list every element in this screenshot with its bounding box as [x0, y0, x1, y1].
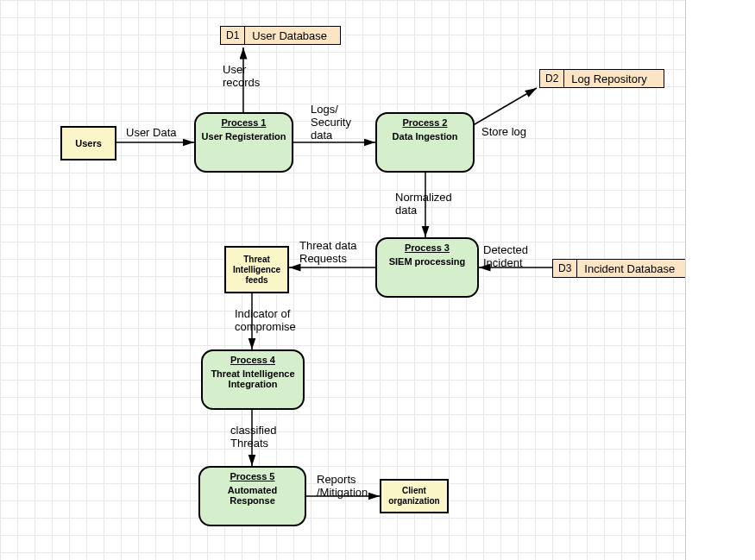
entity-label: Users: [75, 138, 102, 148]
process-name: Automated Response: [205, 485, 299, 506]
flow-label-detected-incident: Detected Incident: [483, 244, 528, 270]
process-title: Process 1: [201, 117, 286, 128]
datastore-user-database[interactable]: D1 User Database: [220, 26, 341, 45]
flow-label-ioc: Indicator of compromise: [235, 308, 296, 334]
flow-label-normalized-data: Normalized data: [395, 192, 452, 217]
datastore-id: D2: [540, 70, 564, 87]
flow-label-user-data: User Data: [126, 127, 177, 140]
flow-label-logs-security: Logs/ Security data: [311, 104, 351, 142]
datastore-name: Incident Database: [577, 260, 682, 277]
process-title: Process 4: [208, 355, 298, 365]
datastore-id: D1: [221, 27, 245, 44]
entity-client-organization[interactable]: Client organization: [380, 479, 449, 513]
entity-threat-intel-feeds[interactable]: Threat Intelligence feeds: [224, 246, 289, 293]
flow-label-classified-threats: classified Threats: [230, 425, 276, 450]
flow-label-user-records: User records: [223, 64, 260, 90]
svg-line-3: [470, 88, 537, 127]
datastore-name: Log Repository: [564, 70, 653, 87]
flow-label-reports-mitigation: Reports /Mitigation: [317, 474, 368, 500]
process-name: User Registeration: [201, 131, 286, 142]
datastore-incident-database[interactable]: D3 Incident Database: [552, 259, 690, 278]
process-3-siem-processing[interactable]: Process 3 SIEM processing: [375, 237, 479, 298]
flow-label-store-log: Store log: [481, 126, 526, 139]
process-1-user-registration[interactable]: Process 1 User Registeration: [194, 112, 293, 173]
process-title: Process 3: [382, 242, 472, 253]
flow-label-threat-requests: Threat data Requests: [299, 240, 357, 266]
process-title: Process 5: [205, 471, 299, 481]
datastore-log-repository[interactable]: D2 Log Repository: [539, 69, 664, 88]
process-name: Threat Intelligence Integration: [208, 368, 298, 389]
process-5-automated-response[interactable]: Process 5 Automated Response: [198, 466, 306, 526]
process-4-threat-intel-integration[interactable]: Process 4 Threat Intelligence Integratio…: [201, 349, 305, 410]
process-title: Process 2: [382, 117, 468, 128]
entity-label: Threat Intelligence feeds: [228, 255, 286, 286]
diagram-canvas: D1 User Database D2 Log Repository D3 In…: [0, 0, 755, 560]
datastore-name: User Database: [245, 27, 334, 44]
entity-users[interactable]: Users: [60, 126, 116, 160]
right-panel: [685, 0, 755, 560]
datastore-id: D3: [553, 260, 577, 277]
entity-label: Client organization: [383, 486, 445, 507]
process-name: SIEM processing: [382, 256, 472, 267]
process-name: Data Ingestion: [382, 131, 468, 142]
process-2-data-ingestion[interactable]: Process 2 Data Ingestion: [375, 112, 475, 173]
